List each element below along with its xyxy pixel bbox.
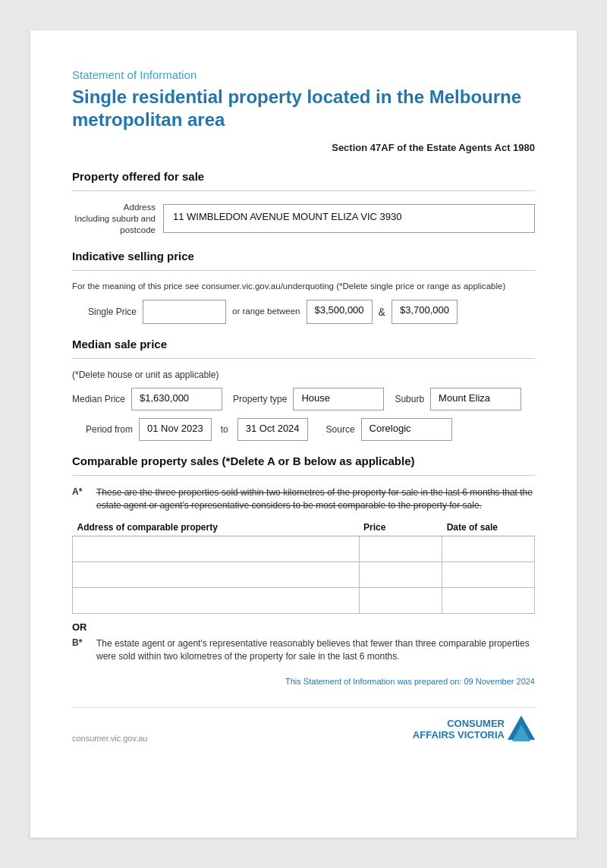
divider-4 bbox=[72, 475, 535, 476]
prepared-note: This Statement of Information was prepar… bbox=[72, 677, 535, 686]
triangle-teal bbox=[512, 725, 530, 741]
range-to-input[interactable]: $3,700,000 bbox=[392, 300, 458, 324]
range-label: or range between bbox=[232, 306, 300, 317]
comparable-address-1 bbox=[73, 536, 360, 561]
range-from-input[interactable]: $3,500,000 bbox=[307, 300, 373, 324]
comparable-a-text: These are the three properties sold with… bbox=[96, 486, 535, 513]
period-from-value: 01 Nov 2023 bbox=[139, 418, 212, 441]
property-type-label: Property type bbox=[233, 394, 287, 404]
footer-url: consumer.vic.gov.au bbox=[72, 734, 147, 743]
to-label: to bbox=[221, 424, 228, 435]
cav-logo: CONSUMER AFFAIRS VICTORIA bbox=[413, 715, 535, 743]
single-price-input[interactable] bbox=[143, 300, 226, 324]
median-sub-note: (*Delete house or unit as applicable) bbox=[72, 370, 535, 380]
suburb-label: Suburb bbox=[395, 394, 424, 404]
comparable-b-row: B* The estate agent or agent's represent… bbox=[72, 637, 535, 664]
suburb-value: Mount Eliza bbox=[430, 388, 521, 410]
a-marker: A* bbox=[72, 486, 90, 513]
median-row-1: Median Price $1,630,000 Property type Ho… bbox=[72, 388, 535, 410]
comparable-date-3 bbox=[442, 587, 535, 613]
comparable-address-2 bbox=[73, 561, 360, 587]
col-header-date: Date of sale bbox=[442, 519, 535, 536]
document-label: Statement of Information bbox=[72, 68, 535, 81]
col-header-price: Price bbox=[359, 519, 442, 536]
col-header-address: Address of comparable property bbox=[73, 519, 360, 536]
page-footer: consumer.vic.gov.au CONSUMER AFFAIRS VIC… bbox=[72, 707, 535, 743]
table-row bbox=[73, 587, 535, 613]
period-to-value: 31 Oct 2024 bbox=[237, 418, 308, 441]
comparable-price-2 bbox=[359, 561, 442, 587]
address-value: 11 WIMBLEDON AVENUE MOUNT ELIZA VIC 3930 bbox=[163, 204, 535, 233]
price-input-row: Single Price or range between $3,500,000… bbox=[72, 300, 535, 324]
period-from-label: Period from bbox=[72, 424, 133, 435]
document-page: Statement of Information Single resident… bbox=[30, 30, 577, 838]
single-price-label: Single Price bbox=[72, 307, 137, 317]
document-title: Single residential property located in t… bbox=[72, 86, 535, 131]
table-row bbox=[73, 561, 535, 587]
source-label: Source bbox=[326, 424, 355, 435]
property-type-value: House bbox=[293, 388, 384, 410]
comparable-price-3 bbox=[359, 587, 442, 613]
act-reference: Section 47AF of the Estate Agents Act 19… bbox=[72, 142, 535, 153]
b-marker: B* bbox=[72, 637, 90, 664]
section-median-heading: Median sale price bbox=[72, 338, 535, 351]
cav-victoria: VICTORIA bbox=[458, 729, 505, 741]
address-row: AddressIncluding suburb andpostcode 11 W… bbox=[72, 202, 535, 236]
comparable-date-1 bbox=[442, 536, 535, 561]
divider-1 bbox=[72, 190, 535, 191]
comparable-table: Address of comparable property Price Dat… bbox=[72, 519, 535, 614]
address-label: AddressIncluding suburb andpostcode bbox=[72, 202, 163, 236]
comparable-date-2 bbox=[442, 561, 535, 587]
cav-logo-triangles bbox=[508, 715, 535, 743]
range-amp: & bbox=[379, 306, 385, 318]
cav-affairs: AFFAIRS bbox=[413, 729, 455, 741]
median-price-value: $1,630,000 bbox=[131, 388, 222, 410]
or-label: OR bbox=[72, 621, 535, 633]
comparable-b-text: The estate agent or agent's representati… bbox=[96, 637, 535, 664]
price-note: For the meaning of this price see consum… bbox=[72, 281, 535, 291]
cav-consumer: CONSUMER bbox=[447, 718, 505, 729]
comparable-address-3 bbox=[73, 587, 360, 613]
median-row-2: Period from 01 Nov 2023 to 31 Oct 2024 S… bbox=[72, 418, 535, 441]
section-comparable-heading: Comparable property sales (*Delete A or … bbox=[72, 454, 535, 467]
divider-3 bbox=[72, 358, 535, 359]
section-price-heading: Indicative selling price bbox=[72, 250, 535, 263]
median-price-label: Median Price bbox=[72, 394, 125, 404]
comparable-price-1 bbox=[359, 536, 442, 561]
divider-2 bbox=[72, 270, 535, 271]
cav-text: CONSUMER AFFAIRS VICTORIA bbox=[413, 718, 505, 741]
table-row bbox=[73, 536, 535, 561]
source-value: Corelogic bbox=[361, 418, 452, 441]
comparable-a-row: A* These are the three properties sold w… bbox=[72, 486, 535, 513]
section-property-heading: Property offered for sale bbox=[72, 170, 535, 183]
